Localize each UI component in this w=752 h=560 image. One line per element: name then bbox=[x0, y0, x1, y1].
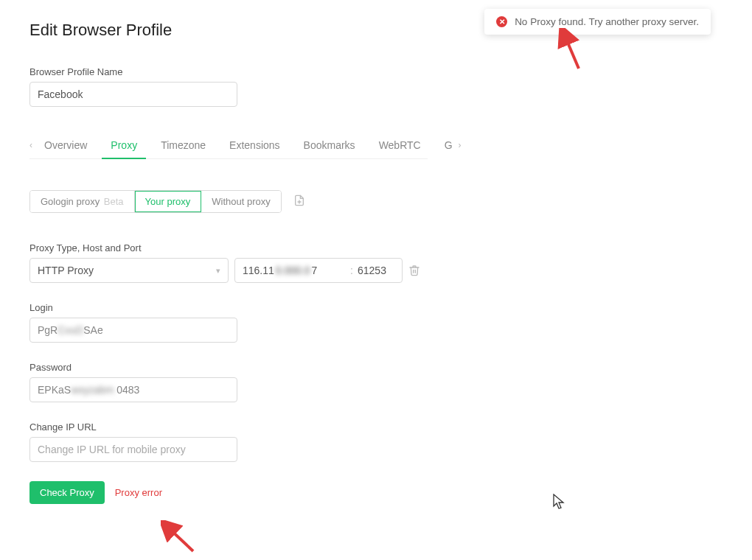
proxy-source-gologin-badge: Beta bbox=[104, 196, 124, 207]
tabs-scroll-right[interactable]: › bbox=[459, 140, 462, 150]
error-icon: ✕ bbox=[496, 16, 507, 27]
proxy-source-group: Gologin proxy Beta Your proxy Without pr… bbox=[29, 190, 282, 213]
proxy-type-select[interactable]: HTTP Proxy ▾ bbox=[29, 258, 229, 283]
proxy-port-value: 61253 bbox=[358, 265, 394, 276]
login-suffix: SAe bbox=[83, 324, 102, 336]
delete-proxy-icon[interactable] bbox=[408, 265, 420, 276]
cursor-icon bbox=[553, 494, 566, 510]
tabs-scroll-left[interactable]: ‹ bbox=[29, 140, 32, 150]
proxy-host-value: 116.110.000.07 bbox=[243, 265, 346, 276]
change-ip-input[interactable] bbox=[29, 437, 237, 462]
svg-line-2 bbox=[564, 34, 579, 69]
tab-overview[interactable]: Overview bbox=[35, 132, 96, 158]
profile-name-input[interactable] bbox=[29, 82, 237, 107]
tab-proxy[interactable]: Proxy bbox=[102, 132, 146, 158]
tab-truncated[interactable]: G bbox=[436, 132, 456, 158]
hostport-separator: : bbox=[350, 265, 353, 276]
tab-extensions[interactable]: Extensions bbox=[220, 132, 288, 158]
password-suffix: 0483 bbox=[116, 384, 139, 396]
error-toast: ✕ No Proxy found. Try another proxy serv… bbox=[484, 9, 711, 35]
proxy-source-gologin[interactable]: Gologin proxy Beta bbox=[30, 191, 135, 212]
password-prefix: EPKaS bbox=[38, 384, 71, 396]
proxy-type-host-port-label: Proxy Type, Host and Port bbox=[29, 242, 428, 253]
login-label: Login bbox=[29, 302, 428, 313]
proxy-host-hidden: 0.000.0 bbox=[276, 265, 310, 276]
proxy-host-prefix: 116.11 bbox=[243, 265, 274, 276]
proxy-hostport-input[interactable]: 116.110.000.07 : 61253 bbox=[234, 258, 403, 283]
check-proxy-button[interactable]: Check Proxy bbox=[29, 481, 105, 504]
error-toast-message: No Proxy found. Try another proxy server… bbox=[515, 16, 699, 27]
proxy-source-gologin-label: Gologin proxy bbox=[41, 196, 100, 207]
chevron-down-icon: ▾ bbox=[216, 266, 220, 276]
login-prefix: PgR bbox=[38, 324, 58, 336]
proxy-source-none[interactable]: Without proxy bbox=[201, 191, 280, 212]
paste-proxy-icon[interactable] bbox=[293, 195, 305, 209]
profile-name-label: Browser Profile Name bbox=[29, 66, 428, 77]
proxy-error-text: Proxy error bbox=[115, 487, 162, 498]
password-input[interactable]: EPKaSwxyzabm0483 bbox=[29, 377, 237, 402]
password-hidden: wxyzabm bbox=[71, 384, 116, 396]
tab-timezone[interactable]: Timezone bbox=[152, 132, 215, 158]
tab-bookmarks[interactable]: Bookmarks bbox=[295, 132, 364, 158]
annotation-arrow-icon bbox=[161, 520, 198, 556]
change-ip-label: Change IP URL bbox=[29, 421, 428, 433]
tab-webrtc[interactable]: WebRTC bbox=[370, 132, 430, 158]
svg-line-3 bbox=[167, 526, 193, 551]
proxy-source-your[interactable]: Your proxy bbox=[135, 191, 202, 212]
proxy-host-suffix: 7 bbox=[312, 265, 318, 276]
proxy-type-value: HTTP Proxy bbox=[38, 265, 94, 276]
annotation-arrow-icon bbox=[557, 28, 586, 72]
login-input[interactable]: PgRCvuDSAe bbox=[29, 318, 237, 343]
settings-tabs: ‹ Overview Proxy Timezone Extensions Boo… bbox=[29, 132, 428, 159]
page-title: Edit Browser Profile bbox=[29, 21, 428, 40]
login-hidden: CvuD bbox=[58, 324, 83, 336]
password-label: Password bbox=[29, 362, 428, 373]
